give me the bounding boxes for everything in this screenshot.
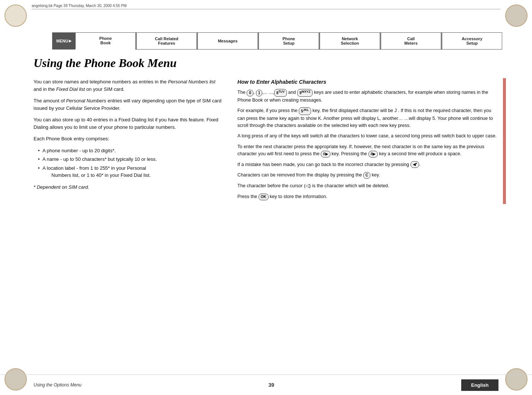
nav-item-call-meters[interactable]: CallMeters (381, 33, 441, 49)
right-para-4: To enter the next character press the ap… (237, 143, 498, 157)
right-para-2: For example, if you press the 5JKL key, … (237, 107, 498, 129)
key-hash-2: #▶ (368, 151, 378, 157)
navigation-bar: MENU ▶ PhoneBook Call RelatedFeatures Me… (52, 31, 502, 51)
footer: Using the Options Menu 39 English (0, 375, 532, 395)
key-9: 9WXYZ (297, 89, 313, 96)
content-columns: You can store names and telephone number… (34, 78, 498, 204)
footnote: * Dependent on SIM card. (34, 184, 222, 191)
personal-numbers-label-2: Personal Numbers (66, 98, 106, 103)
right-para-3: A long press of any of the keys will swi… (237, 133, 498, 140)
nav-item-accessory-setup[interactable]: AccessorySetup (442, 33, 502, 49)
left-para-1: You can store names and telephone number… (34, 78, 222, 93)
key-c: C (363, 172, 370, 179)
bullet-list: A phone number - up to 20 digits*. A nam… (38, 147, 222, 179)
main-content: Using the Phone Book Menu You can store … (34, 56, 498, 373)
section-heading: How to Enter Alphabetic Characters (237, 78, 498, 86)
menu-arrow-icon: ▶ (69, 39, 72, 43)
left-column: You can store names and telephone number… (34, 78, 222, 204)
right-para-1: The 0, 1,... ...,8TUV and 9WXYZ keys are… (237, 89, 498, 103)
page-title: Using the Phone Book Menu (34, 56, 498, 70)
bullet-item-2: A name - up to 50 characters* but typica… (38, 156, 222, 163)
left-para-3: You can also store up to 40 entries in a… (34, 116, 222, 131)
key-8: 8TUV (274, 89, 287, 96)
nav-item-phone-setup[interactable]: PhoneSetup (259, 33, 319, 49)
nav-item-network-selection[interactable]: NetworkSelection (320, 33, 380, 49)
nav-item-phone-book[interactable]: PhoneBook (75, 33, 135, 50)
corner-decoration-tl (4, 4, 27, 27)
menu-label[interactable]: MENU ▶ (53, 33, 75, 49)
left-para-2: The amount of Personal Numbers entries w… (34, 97, 222, 112)
nav-item-call-related[interactable]: Call RelatedFeatures (136, 33, 196, 49)
right-para-7: The character before the cursor (◁) is t… (237, 182, 498, 189)
footer-left-text: Using the Options Menu (34, 382, 82, 388)
right-para-8: Press the OK key to store the informatio… (237, 193, 498, 200)
bullet-item-1: A phone number - up to 20 digits*. (38, 147, 222, 155)
footer-language: English (461, 379, 498, 391)
left-para-4: Each Phone Book entry comprises: (34, 135, 222, 143)
key-5: 5JKL (299, 107, 311, 115)
key-star: ◀* (411, 161, 419, 168)
right-para-5: If a mistake has been made, you can go b… (237, 161, 498, 168)
key-0: 0 (247, 90, 253, 96)
fixed-dial-label: Fixed Dial list (56, 86, 85, 92)
right-para-6: Characters can be removed from the displ… (237, 172, 498, 179)
key-ok: OK (259, 194, 269, 200)
filename-text: angelsing.bk Page 39 Thursday, March 30,… (32, 4, 127, 8)
key-1: 1 (256, 90, 263, 96)
bullet-item-3: A location label - from 1 to 255* in you… (38, 165, 222, 179)
personal-numbers-label: Personal Numbers list (168, 79, 215, 85)
right-column: How to Enter Alphabetic Characters The 0… (237, 78, 498, 204)
footer-page-number: 39 (269, 382, 275, 388)
nav-item-messages[interactable]: Messages (197, 33, 257, 49)
key-hash: #▶ (321, 151, 330, 157)
corner-decoration-tr (505, 4, 528, 27)
menu-text: MENU (56, 39, 68, 43)
file-metadata: angelsing.bk Page 39 Thursday, March 30,… (32, 4, 500, 9)
